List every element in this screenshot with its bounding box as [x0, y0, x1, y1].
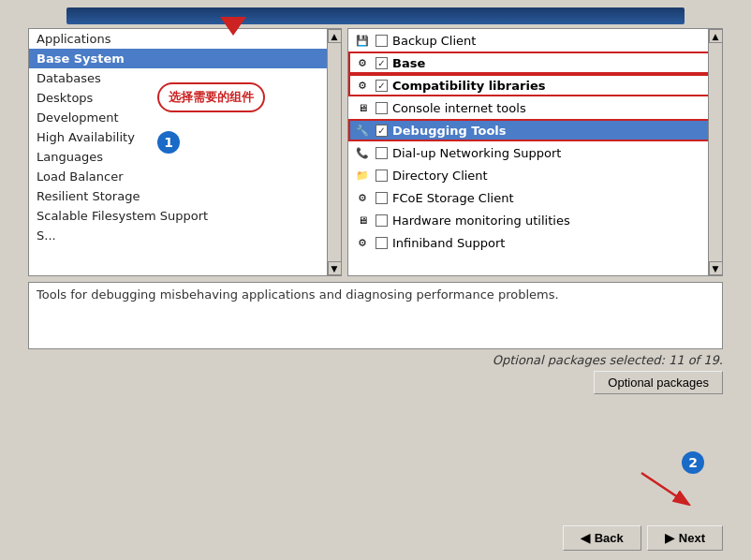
right-scroll-down-btn[interactable]: ▼ [709, 261, 723, 275]
scroll-up-btn[interactable]: ▲ [328, 29, 342, 43]
arrow-down-indicator [220, 17, 246, 36]
debugging-label: Debugging Tools [392, 124, 507, 138]
list-item-hw-monitoring[interactable]: 🖥 Hardware monitoring utilities [348, 209, 722, 231]
list-item-debugging-tools[interactable]: 🔧 ✓ Debugging Tools [348, 119, 722, 141]
back-button[interactable]: ◀ Back [563, 525, 641, 551]
fcoe-icon: ⚙ [354, 189, 371, 206]
infiniband-checkbox[interactable] [376, 237, 388, 249]
right-scrollbar[interactable]: ▲ ▼ [708, 29, 722, 275]
sidebar-item-load-balancer[interactable]: Load Balancer [29, 167, 341, 186]
list-item-console-internet[interactable]: 🖥 Console internet tools [348, 96, 722, 119]
optional-info-text: Optional packages selected: 11 of 19. [493, 353, 723, 367]
dialup-icon: 📞 [354, 144, 371, 161]
right-scroll-up-btn[interactable]: ▲ [709, 29, 723, 43]
list-item-base[interactable]: ⚙ ✓ Base [348, 52, 722, 74]
directory-checkbox[interactable] [376, 169, 388, 182]
scroll-down-btn[interactable]: ▼ [328, 261, 342, 275]
right-panel[interactable]: 💾 Backup Client ⚙ ✓ Base ⚙ ✓ Compatibili… [347, 28, 723, 276]
next-label: Next [679, 531, 705, 545]
sidebar-item-languages[interactable]: Languages [29, 147, 341, 167]
description-text: Tools for debugging misbehaving applicat… [37, 287, 559, 302]
list-item-infiniband[interactable]: ⚙ Infiniband Support [348, 231, 722, 254]
directory-label: Directory Client [392, 169, 488, 183]
main-content: Applications Base System Databases Deskt… [28, 28, 723, 276]
optional-packages-button[interactable]: Optional packages [594, 371, 723, 394]
package-list: 💾 Backup Client ⚙ ✓ Base ⚙ ✓ Compatibili… [348, 29, 722, 275]
sidebar-item-resilient-storage[interactable]: Resilient Storage [29, 186, 341, 206]
list-item-dialup[interactable]: 📞 Dial-up Networking Support [348, 141, 722, 164]
annotation-bubble: 选择需要的组件 [157, 82, 265, 112]
base-checkbox[interactable]: ✓ [376, 57, 388, 69]
list-item-compat-libs[interactable]: ⚙ ✓ Compatibility libraries [348, 74, 722, 96]
compat-libs-checkbox[interactable]: ✓ [376, 80, 388, 92]
backup-client-label: Backup Client [392, 34, 476, 48]
compat-libs-label: Compatibility libraries [392, 79, 545, 93]
top-bar [66, 7, 685, 24]
debugging-checkbox[interactable]: ✓ [376, 125, 388, 137]
console-icon: 🖥 [354, 99, 371, 116]
dialup-label: Dial-up Networking Support [392, 146, 561, 160]
arrow-2-indicator [637, 468, 693, 506]
description-box: Tools for debugging misbehaving applicat… [28, 282, 723, 349]
sidebar-item-base-system[interactable]: Base System [29, 49, 341, 68]
compat-libs-icon: ⚙ [354, 77, 371, 94]
bottom-buttons: ◀ Back ▶ Next [563, 525, 723, 551]
list-item-directory-client[interactable]: 📁 Directory Client [348, 164, 722, 186]
console-label: Console internet tools [392, 101, 526, 115]
backup-client-checkbox[interactable] [376, 35, 388, 47]
fcoe-checkbox[interactable] [376, 192, 388, 204]
debugging-icon: 🔧 [354, 122, 371, 139]
directory-icon: 📁 [354, 167, 371, 184]
svg-line-1 [641, 473, 684, 501]
infiniband-icon: ⚙ [354, 234, 371, 251]
console-checkbox[interactable] [376, 102, 388, 114]
base-icon: ⚙ [354, 54, 371, 71]
category-list: Applications Base System Databases Deskt… [29, 29, 341, 275]
list-item-backup-client[interactable]: 💾 Backup Client [348, 29, 722, 52]
infiniband-label: Infiniband Support [392, 236, 505, 250]
list-item-fcoe[interactable]: ⚙ FCoE Storage Client [348, 186, 722, 209]
dialup-checkbox[interactable] [376, 147, 388, 159]
left-scrollbar[interactable]: ▲ ▼ [327, 29, 341, 275]
sidebar-item-scalable-filesystem[interactable]: Scalable Filesystem Support [29, 206, 341, 226]
fcoe-label: FCoE Storage Client [392, 191, 514, 205]
sidebar-item-other[interactable]: S... [29, 226, 341, 245]
base-label: Base [392, 56, 425, 70]
annotation-number-1: 1 [157, 131, 180, 154]
next-icon: ▶ [665, 531, 674, 545]
next-button[interactable]: ▶ Next [647, 525, 723, 551]
hw-label: Hardware monitoring utilities [392, 214, 570, 228]
left-panel[interactable]: Applications Base System Databases Deskt… [28, 28, 342, 276]
optional-btn-row: Optional packages [28, 371, 723, 394]
back-icon: ◀ [581, 531, 590, 545]
back-label: Back [595, 531, 624, 545]
backup-client-icon: 💾 [354, 32, 371, 49]
sidebar-item-applications[interactable]: Applications [29, 29, 341, 49]
sidebar-item-high-availability[interactable]: High Availability [29, 127, 341, 147]
hw-icon: 🖥 [354, 212, 371, 228]
optional-packages-info: Optional packages selected: 11 of 19. [28, 353, 723, 367]
hw-checkbox[interactable] [376, 214, 388, 227]
